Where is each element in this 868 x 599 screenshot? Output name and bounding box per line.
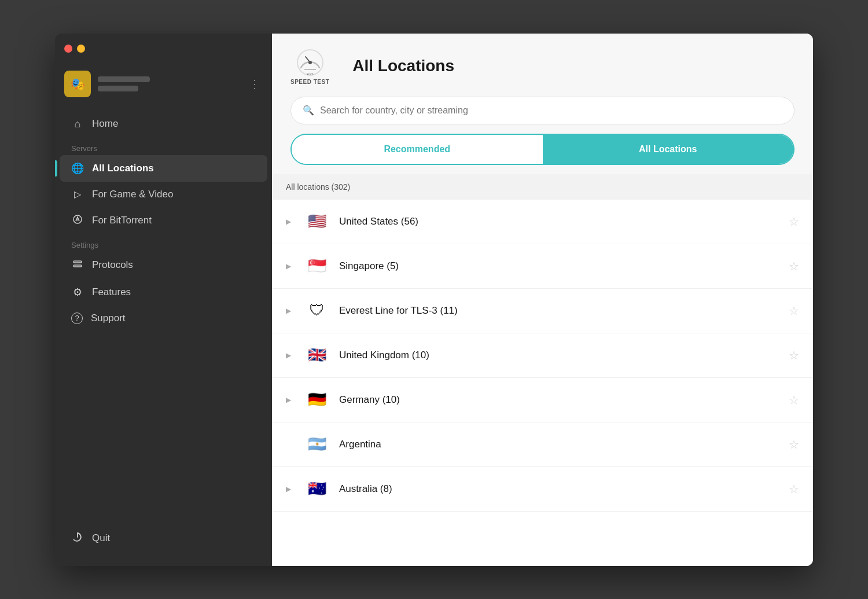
search-input[interactable] xyxy=(320,105,782,116)
expand-arrow-icon: ▶ xyxy=(286,307,295,315)
svg-rect-3 xyxy=(73,265,82,267)
header-top: km/h SPEED TEST All Locations xyxy=(290,47,795,85)
flag-icon: 🛡 xyxy=(304,298,330,324)
location-name: United States (56) xyxy=(339,216,779,227)
svg-rect-2 xyxy=(73,261,82,263)
search-bar[interactable]: 🔍 xyxy=(290,97,795,124)
sidebar-nav: ⌂ Home Servers 🌐 All Locations ▷ For Gam… xyxy=(55,106,272,336)
main-header: km/h SPEED TEST All Locations 🔍 Recommen… xyxy=(272,34,813,174)
expand-arrow-icon: ▶ xyxy=(286,396,295,404)
sidebar-item-quit-label: Quit xyxy=(92,532,110,544)
flag-icon: 🇦🇷 xyxy=(304,432,330,457)
main-content: km/h SPEED TEST All Locations 🔍 Recommen… xyxy=(272,34,813,566)
flag-icon: 🇸🇬 xyxy=(304,253,330,279)
sidebar-item-quit[interactable]: Quit xyxy=(60,525,267,552)
sidebar-item-support-label: Support xyxy=(91,313,126,324)
location-item[interactable]: ▶🛡Everest Line for TLS-3 (11)☆ xyxy=(272,289,813,333)
quit-icon xyxy=(71,532,84,545)
location-item[interactable]: ▶🇩🇪Germany (10)☆ xyxy=(272,378,813,422)
location-name: Argentina xyxy=(339,439,779,450)
location-items-container: ▶🇺🇸United States (56)☆▶🇸🇬Singapore (5)☆▶… xyxy=(272,200,813,512)
location-item[interactable]: ▶🇦🇺Australia (8)☆ xyxy=(272,467,813,512)
tab-all-locations[interactable]: All Locations xyxy=(543,135,794,164)
location-item[interactable]: ▶🇬🇧United Kingdom (10)☆ xyxy=(272,333,813,378)
sidebar-item-features-label: Features xyxy=(92,286,131,298)
location-name: Australia (8) xyxy=(339,483,779,495)
flag-icon: 🇩🇪 xyxy=(304,387,330,413)
location-name: Germany (10) xyxy=(339,394,779,406)
sidebar-item-bittorrent[interactable]: For BitTorrent xyxy=(60,207,267,234)
settings-section-label: Settings xyxy=(55,234,272,252)
speedometer-icon: km/h xyxy=(295,47,325,78)
app-window: 🎭 ⋮ ⌂ Home Servers 🌐 All Locations ▷ xyxy=(55,34,813,566)
user-sub-bar xyxy=(98,86,138,91)
favorite-star-icon[interactable]: ☆ xyxy=(789,438,799,451)
sidebar-item-protocols[interactable]: Protocols xyxy=(60,252,267,279)
sidebar: 🎭 ⋮ ⌂ Home Servers 🌐 All Locations ▷ xyxy=(55,34,272,566)
favorite-star-icon[interactable]: ☆ xyxy=(789,393,799,407)
location-name: United Kingdom (10) xyxy=(339,350,779,361)
location-name: Singapore (5) xyxy=(339,260,779,272)
sidebar-header: 🎭 ⋮ xyxy=(55,64,272,106)
globe-icon: 🌐 xyxy=(71,162,84,175)
sidebar-item-all-locations[interactable]: 🌐 All Locations xyxy=(60,155,267,182)
sidebar-item-features[interactable]: ⚙ Features xyxy=(60,279,267,306)
expand-arrow-icon: ▶ xyxy=(286,351,295,359)
list-header: All locations (302) xyxy=(272,174,813,200)
location-item[interactable]: ▶🇺🇸United States (56)☆ xyxy=(272,200,813,244)
flag-icon: 🇬🇧 xyxy=(304,343,330,368)
sidebar-item-home[interactable]: ⌂ Home xyxy=(60,111,267,137)
search-icon: 🔍 xyxy=(303,105,314,116)
tabs: Recommended All Locations xyxy=(290,134,795,165)
favorite-star-icon[interactable]: ☆ xyxy=(789,259,799,273)
sidebar-item-game-video[interactable]: ▷ For Game & Video xyxy=(60,182,267,207)
sidebar-item-game-video-label: For Game & Video xyxy=(92,189,173,200)
locations-list: All locations (302) ▶🇺🇸United States (56… xyxy=(272,174,813,566)
flag-icon: 🇺🇸 xyxy=(304,209,330,234)
game-video-icon: ▷ xyxy=(71,189,84,200)
speed-test-widget[interactable]: km/h SPEED TEST xyxy=(290,47,329,85)
location-item[interactable]: 🇦🇷Argentina☆ xyxy=(272,422,813,467)
avatar: 🎭 xyxy=(64,71,91,97)
minimize-button[interactable] xyxy=(77,45,85,53)
sidebar-item-home-label: Home xyxy=(92,118,118,130)
sidebar-item-all-locations-label: All Locations xyxy=(92,163,154,174)
dots-menu-icon[interactable]: ⋮ xyxy=(247,75,263,93)
favorite-star-icon[interactable]: ☆ xyxy=(789,348,799,362)
page-title: All Locations xyxy=(352,57,454,75)
favorite-star-icon[interactable]: ☆ xyxy=(789,215,799,229)
expand-arrow-icon: ▶ xyxy=(286,485,295,493)
location-name: Everest Line for TLS-3 (11) xyxy=(339,305,779,317)
sidebar-footer: Quit xyxy=(55,516,272,566)
servers-section-label: Servers xyxy=(55,137,272,155)
speed-test-label: SPEED TEST xyxy=(290,79,329,85)
svg-point-6 xyxy=(308,61,312,64)
support-icon: ? xyxy=(71,313,83,324)
protocols-icon xyxy=(71,259,84,272)
favorite-star-icon[interactable]: ☆ xyxy=(789,482,799,496)
flag-icon: 🇦🇺 xyxy=(304,476,330,502)
user-name-bar xyxy=(98,76,150,82)
home-icon: ⌂ xyxy=(71,118,84,130)
sidebar-item-bittorrent-label: For BitTorrent xyxy=(92,215,152,226)
tab-recommended[interactable]: Recommended xyxy=(292,135,543,164)
close-button[interactable] xyxy=(64,45,72,53)
features-icon: ⚙ xyxy=(71,286,84,299)
location-item[interactable]: ▶🇸🇬Singapore (5)☆ xyxy=(272,244,813,289)
sidebar-item-support[interactable]: ? Support xyxy=(60,306,267,331)
svg-text:km/h: km/h xyxy=(307,72,313,76)
expand-arrow-icon: ▶ xyxy=(286,218,295,226)
sidebar-item-protocols-label: Protocols xyxy=(92,259,133,271)
expand-arrow-icon: ▶ xyxy=(286,262,295,270)
user-info: 🎭 xyxy=(64,71,150,97)
user-details xyxy=(98,76,150,91)
favorite-star-icon[interactable]: ☆ xyxy=(789,304,799,318)
titlebar xyxy=(55,34,272,64)
bittorrent-icon xyxy=(71,214,84,227)
